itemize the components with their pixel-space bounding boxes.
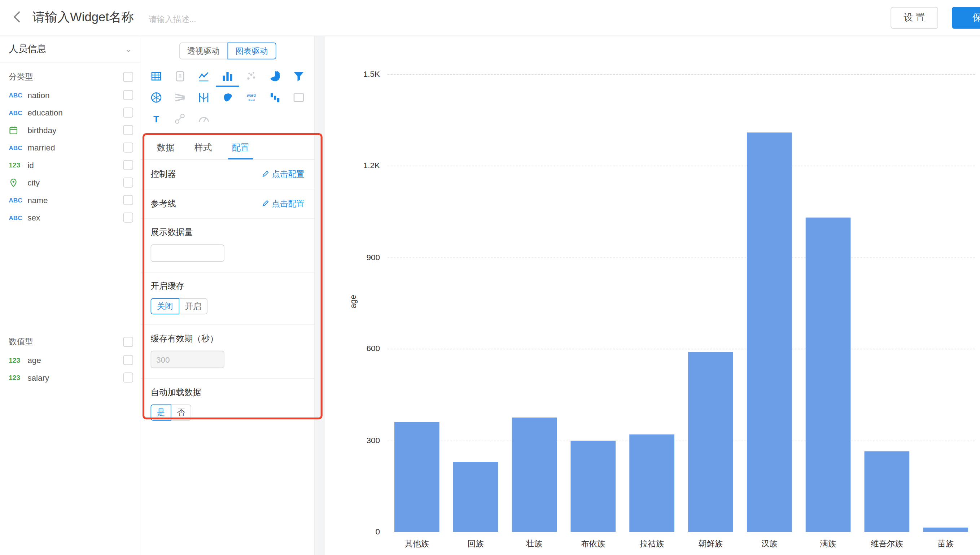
x-tick-label: 布依族: [564, 538, 623, 549]
reference-configure-link[interactable]: 点击配置: [262, 198, 304, 209]
svg-text:cloud: cloud: [248, 98, 255, 102]
bar-回族[interactable]: [453, 462, 498, 532]
field-checkbox[interactable]: [123, 372, 133, 382]
gridline: [388, 74, 975, 75]
field-item-id[interactable]: 123id: [0, 156, 141, 173]
gridline: [388, 166, 975, 167]
y-tick-label: 1.2K: [336, 161, 380, 170]
topbar: 请输入Widget名称 请输入描述... 设 置 保 存: [0, 0, 980, 36]
field-checkbox[interactable]: [123, 90, 133, 100]
field-name: name: [27, 195, 123, 205]
field-item-salary[interactable]: 123salary: [0, 369, 141, 386]
controller-configure-link[interactable]: 点击配置: [262, 169, 304, 180]
widget-description-input[interactable]: 请输入描述...: [149, 14, 196, 25]
field-item-age[interactable]: 123age: [0, 351, 141, 369]
field-checkbox[interactable]: [123, 355, 133, 365]
location-pin-icon: [9, 178, 27, 187]
field-checkbox[interactable]: [123, 107, 133, 118]
bar-维吾尔族[interactable]: [865, 451, 910, 532]
bar-满族[interactable]: [806, 218, 851, 532]
section-header: 分类型: [0, 67, 141, 86]
text-icon[interactable]: T: [144, 108, 168, 130]
string-type-badge: ABC: [9, 197, 27, 204]
field-item-birthday[interactable]: birthday: [0, 121, 141, 139]
dataset-selector[interactable]: 人员信息 ⌄: [0, 36, 141, 63]
field-name: education: [27, 108, 123, 117]
field-item-city[interactable]: city: [0, 174, 141, 191]
app: 请输入Widget名称 请输入描述... 设 置 保 存 人员信息 ⌄ 分类型 …: [0, 0, 980, 555]
dataset-name: 人员信息: [9, 43, 125, 55]
bar-汉族[interactable]: [747, 132, 792, 532]
field-item-nation[interactable]: ABCnation: [0, 86, 141, 104]
section-checkbox[interactable]: [123, 337, 133, 347]
display-limit-input[interactable]: [151, 244, 224, 261]
widget-name-input[interactable]: 请输入Widget名称: [32, 9, 134, 26]
field-checkbox[interactable]: [123, 125, 133, 135]
svg-text:T: T: [153, 114, 159, 125]
y-tick-label: 600: [336, 344, 380, 353]
field-checkbox[interactable]: [123, 178, 133, 188]
field-name: sex: [27, 213, 123, 222]
config-panel: 控制器 点击配置 参考线 点击配置 展示数据量 开启缓存 关闭开启: [141, 160, 315, 430]
display-limit-block: 展示数据量: [141, 219, 315, 273]
radar-icon[interactable]: [144, 87, 168, 108]
bar-其他族[interactable]: [394, 422, 439, 532]
y-tick-label: 300: [336, 436, 380, 445]
field-checkbox[interactable]: [123, 160, 133, 170]
settings-button[interactable]: 设 置: [890, 7, 938, 29]
pencil-icon: [262, 199, 269, 209]
bar-朝鲜族[interactable]: [688, 352, 733, 532]
bar-苗族[interactable]: [923, 527, 968, 532]
x-tick-label: 维吾尔族: [857, 538, 916, 549]
cache-option[interactable]: 开启: [179, 298, 208, 314]
string-type-badge: ABC: [9, 144, 27, 151]
pie-chart-icon[interactable]: [263, 66, 287, 87]
tab-数据[interactable]: 数据: [153, 137, 178, 159]
chevron-down-icon: ⌄: [125, 44, 132, 53]
autoload-option[interactable]: 是: [151, 404, 171, 421]
x-tick-label: 壮族: [505, 538, 564, 549]
bar-壮族[interactable]: [512, 417, 557, 532]
save-button[interactable]: 保 存: [952, 7, 980, 29]
field-checkbox[interactable]: [123, 195, 133, 205]
field-name: nation: [27, 90, 123, 99]
bar-拉祜族[interactable]: [629, 435, 674, 532]
cache-label: 开启缓存: [151, 281, 304, 292]
field-item-sex[interactable]: ABCsex: [0, 209, 141, 226]
cache-option[interactable]: 关闭: [151, 298, 179, 314]
cache-toggle: 关闭开启: [151, 298, 304, 314]
y-tick-label: 900: [336, 252, 380, 261]
section-header: 数值型: [0, 332, 141, 351]
back-button[interactable]: [9, 10, 26, 27]
line-chart-icon[interactable]: [192, 66, 216, 87]
svg-text:8: 8: [179, 73, 182, 79]
categorical-section: 分类型 ABCnationABCeducationbirthdayABCmarr…: [0, 67, 141, 226]
bar-chart-icon[interactable]: [216, 66, 240, 87]
table-icon[interactable]: [144, 66, 168, 87]
field-checkbox[interactable]: [123, 143, 133, 152]
bar-布依族[interactable]: [570, 440, 616, 532]
drive-mode-button[interactable]: 图表驱动: [227, 43, 276, 59]
section-checkbox[interactable]: [123, 72, 133, 82]
map-icon[interactable]: [216, 87, 240, 108]
iframe-icon: [287, 87, 311, 108]
tab-config-active[interactable]: 配置: [228, 137, 253, 159]
drive-mode-button[interactable]: 透视驱动: [179, 43, 228, 59]
tab-样式[interactable]: 样式: [191, 137, 215, 159]
x-tick-label: 满族: [799, 538, 858, 549]
funnel-icon[interactable]: [287, 66, 311, 87]
field-checkbox[interactable]: [123, 213, 133, 223]
field-item-name[interactable]: ABCname: [0, 191, 141, 209]
autoload-option[interactable]: 否: [171, 404, 191, 421]
field-item-education[interactable]: ABCeducation: [0, 104, 141, 121]
number-type-badge: 123: [9, 161, 27, 169]
relation-icon: [168, 108, 192, 130]
waterfall-icon[interactable]: [263, 87, 287, 108]
parallel-icon[interactable]: [192, 87, 216, 108]
x-tick-label: 其他族: [388, 538, 446, 549]
field-item-married[interactable]: ABCmarried: [0, 139, 141, 156]
sankey-icon: [168, 87, 192, 108]
field-name: birthday: [27, 125, 123, 135]
wordcloud-icon[interactable]: wordcloud: [239, 87, 263, 108]
cache-ttl-block: 缓存有效期（秒）: [141, 325, 315, 379]
